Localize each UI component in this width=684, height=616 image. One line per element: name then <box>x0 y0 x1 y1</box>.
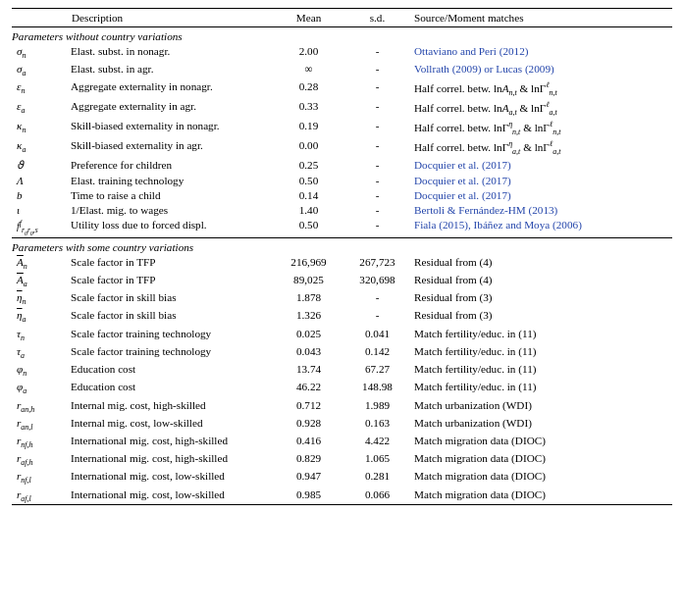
symbol-tau-a: τa <box>12 343 66 361</box>
sd-vartheta: - <box>345 157 409 173</box>
mean-r-an-h: 0.712 <box>272 397 345 415</box>
sd-r-af-h: 1.065 <box>345 451 409 469</box>
desc-r-af-h: International mig. cost, high-skilled <box>66 451 272 469</box>
desc-phi-n: Education cost <box>66 362 272 380</box>
table-row: τa Scale factor training technology 0.04… <box>12 343 672 361</box>
sd-phi-n: 67.27 <box>345 362 409 380</box>
parameters-table: Description Mean s.d. Source/Moment matc… <box>12 8 672 505</box>
symbol-r-nf-h: rnf,h <box>12 434 66 451</box>
symbol-tau-n: τn <box>12 326 66 343</box>
symbol-f-roro-s: ffr0r0,s <box>12 217 66 237</box>
desc-eps-n: Aggregate externality in nonagr. <box>66 78 272 98</box>
table-row: φa Education cost 46.22 148.98 Match fer… <box>12 380 672 397</box>
desc-f-roro-s: Utility loss due to forced displ. <box>66 217 272 237</box>
sd-Abar-a: 320,698 <box>345 272 409 289</box>
source-etabar-n: Residual from (3) <box>409 290 672 308</box>
mean-etabar-a: 1.326 <box>272 308 345 326</box>
desc-iota: 1/Elast. mig. to wages <box>66 202 272 217</box>
section1-label: Parameters without country variations <box>12 27 672 44</box>
mean-iota: 1.40 <box>272 202 345 217</box>
table-row: ηn Scale factor in skill bias 1.878 - Re… <box>12 290 672 308</box>
table-row: κa Skill-biased externality in agr. 0.00… <box>12 137 672 157</box>
table-row: σn Elast. subst. in nonagr. 2.00 - Ottav… <box>12 43 672 61</box>
desc-r-af-l: International mig. cost, low-skilled <box>66 487 272 505</box>
desc-lambda: Elast. training technology <box>66 173 272 187</box>
sd-eps-n: - <box>345 78 409 98</box>
source-sigma-n: Ottaviano and Peri (2012) <box>409 43 672 61</box>
symbol-lambda: Λ <box>12 173 66 187</box>
symbol-sigma-a: σa <box>12 61 66 78</box>
source-phi-n: Match fertility/educ. in (11) <box>409 362 672 380</box>
table-row: ηa Scale factor in skill bias 1.326 - Re… <box>12 308 672 326</box>
source-iota: Bertoli & Fernández-HM (2013) <box>409 202 672 217</box>
source-tau-n: Match fertility/educ. in (11) <box>409 326 672 343</box>
source-eps-a: Half correl. betw. lnAa,t & lnΓℓa,t <box>409 98 672 118</box>
table-row: σa Elast. subst. in agr. ∞ - Vollrath (2… <box>12 61 672 78</box>
mean-b: 0.14 <box>272 187 345 202</box>
table-row: ϑ Preference for children 0.25 - Docquie… <box>12 157 672 173</box>
source-Abar-n: Residual from (4) <box>409 254 672 272</box>
mean-r-af-l: 0.985 <box>272 487 345 505</box>
table-row: b Time to raise a child 0.14 - Docquier … <box>12 187 672 202</box>
symbol-Abar-n: An <box>12 254 66 272</box>
symbol-iota: ι <box>12 202 66 217</box>
col-source-header: Source/Moment matches <box>409 9 672 27</box>
sd-r-nf-h: 4.422 <box>345 434 409 451</box>
sd-kappa-n: - <box>345 118 409 137</box>
desc-sigma-a: Elast. subst. in agr. <box>66 61 272 78</box>
desc-etabar-n: Scale factor in skill bias <box>66 290 272 308</box>
desc-r-nf-l: International mig. cost, low-skilled <box>66 469 272 487</box>
table-row: εa Aggregate externality in agr. 0.33 - … <box>12 98 672 118</box>
mean-vartheta: 0.25 <box>272 157 345 173</box>
sd-r-an-l: 0.163 <box>345 415 409 433</box>
source-kappa-a: Half correl. betw. lnΓηa,t & lnΓℓa,t <box>409 137 672 157</box>
source-vartheta: Docquier et al. (2017) <box>409 157 672 173</box>
symbol-sigma-n: σn <box>12 43 66 61</box>
symbol-etabar-n: ηn <box>12 290 66 308</box>
source-eps-n: Half correl. betw. lnAn,t & lnΓℓn,t <box>409 78 672 98</box>
mean-eps-n: 0.28 <box>272 78 345 98</box>
section1-header: Parameters without country variations <box>12 27 672 44</box>
table-row: raf,l International mig. cost, low-skill… <box>12 487 672 505</box>
table-row: Aa Scale factor in TFP 89,025 320,698 Re… <box>12 272 672 289</box>
source-r-an-l: Match urbanization (WDI) <box>409 415 672 433</box>
symbol-phi-n: φn <box>12 362 66 380</box>
mean-phi-n: 13.74 <box>272 362 345 380</box>
sd-kappa-a: - <box>345 137 409 157</box>
symbol-r-af-l: raf,l <box>12 487 66 505</box>
sd-tau-a: 0.142 <box>345 343 409 361</box>
table-row: ran,l Internal mig. cost, low-skilled 0.… <box>12 415 672 433</box>
mean-r-af-h: 0.829 <box>272 451 345 469</box>
table-row: Λ Elast. training technology 0.50 - Docq… <box>12 173 672 187</box>
sd-sigma-n: - <box>345 43 409 61</box>
symbol-eps-n: εn <box>12 78 66 98</box>
table-row: εn Aggregate externality in nonagr. 0.28… <box>12 78 672 98</box>
mean-tau-a: 0.043 <box>272 343 345 361</box>
sd-lambda: - <box>345 173 409 187</box>
desc-eps-a: Aggregate externality in agr. <box>66 98 272 118</box>
desc-Abar-n: Scale factor in TFP <box>66 254 272 272</box>
table-header-row: Description Mean s.d. Source/Moment matc… <box>12 9 672 27</box>
table-row: An Scale factor in TFP 216,969 267,723 R… <box>12 254 672 272</box>
mean-phi-a: 46.22 <box>272 380 345 397</box>
symbol-r-nf-l: rnf,l <box>12 469 66 487</box>
symbol-r-an-h: ran,h <box>12 397 66 415</box>
table-row: τn Scale factor training technology 0.02… <box>12 326 672 343</box>
desc-r-nf-h: International mig. cost, high-skilled <box>66 434 272 451</box>
col-description-header: Description <box>66 9 272 27</box>
desc-tau-a: Scale factor training technology <box>66 343 272 361</box>
mean-Abar-a: 89,025 <box>272 272 345 289</box>
symbol-eps-a: εa <box>12 98 66 118</box>
desc-r-an-h: Internal mig. cost, high-skilled <box>66 397 272 415</box>
desc-sigma-n: Elast. subst. in nonagr. <box>66 43 272 61</box>
table-row: ffr0r0,s Utility loss due to forced disp… <box>12 217 672 237</box>
desc-Abar-a: Scale factor in TFP <box>66 272 272 289</box>
symbol-vartheta: ϑ <box>12 157 66 173</box>
sd-b: - <box>345 187 409 202</box>
mean-sigma-a: ∞ <box>272 61 345 78</box>
sd-phi-a: 148.98 <box>345 380 409 397</box>
desc-vartheta: Preference for children <box>66 157 272 173</box>
mean-kappa-n: 0.19 <box>272 118 345 137</box>
source-phi-a: Match fertility/educ. in (11) <box>409 380 672 397</box>
mean-lambda: 0.50 <box>272 173 345 187</box>
